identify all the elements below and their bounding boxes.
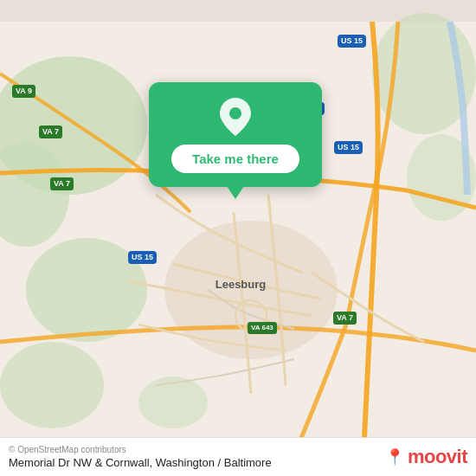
badge-us15-1: US 15 xyxy=(338,35,366,48)
moovit-pin-icon: 📍 xyxy=(385,447,404,466)
location-pin-icon xyxy=(216,98,254,136)
badge-va643: VA 643 xyxy=(248,322,277,334)
map-background: Leesburg xyxy=(0,0,476,476)
svg-point-4 xyxy=(0,342,104,428)
badge-va7-2: VA 7 xyxy=(50,177,74,190)
svg-point-11 xyxy=(229,107,241,119)
map-container: Leesburg VA 9 VA 7 US 15 US 15 US 15 VA … xyxy=(0,0,476,476)
tooltip-card: Take me there xyxy=(149,82,322,187)
moovit-brand-text: moovit xyxy=(408,446,467,468)
location-label: Memorial Dr NW & Cornwall, Washington / … xyxy=(9,456,272,469)
moovit-logo: 📍 moovit xyxy=(385,446,467,468)
bottom-bar: © OpenStreetMap contributors Memorial Dr… xyxy=(0,437,476,476)
svg-point-7 xyxy=(138,376,208,428)
badge-va7-1: VA 7 xyxy=(39,125,62,138)
copyright-text: © OpenStreetMap contributors xyxy=(9,445,272,454)
location-text: Memorial Dr NW & Cornwall, Washington / … xyxy=(9,456,272,469)
bottom-left: © OpenStreetMap contributors Memorial Dr… xyxy=(9,445,272,469)
badge-us15-3: US 15 xyxy=(334,141,363,154)
badge-va7-3: VA 7 xyxy=(333,312,357,325)
take-me-there-button[interactable]: Take me there xyxy=(171,145,299,173)
svg-text:Leesburg: Leesburg xyxy=(215,278,267,291)
badge-us15-4: US 15 xyxy=(128,251,157,264)
badge-va9: VA 9 xyxy=(12,85,35,98)
